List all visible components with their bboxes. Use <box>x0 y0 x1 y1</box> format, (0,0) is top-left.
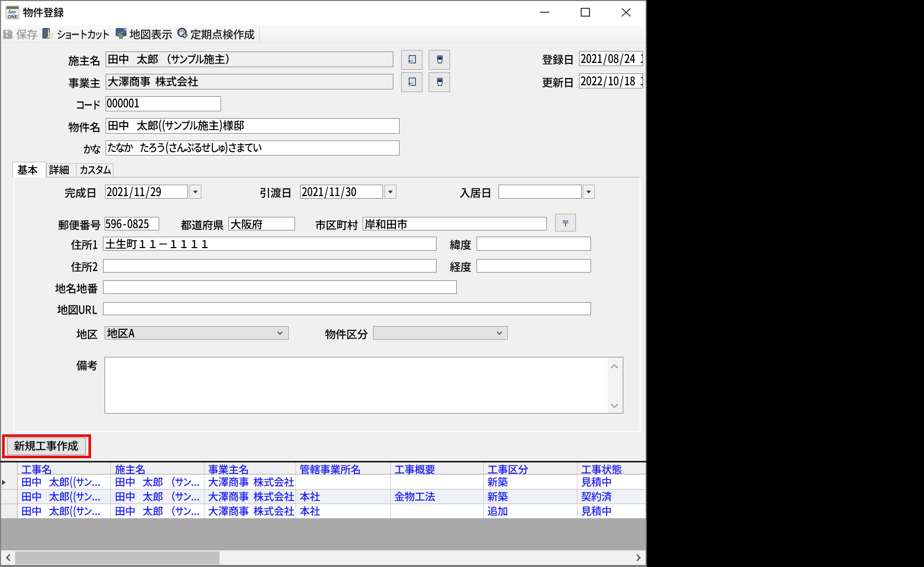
svg-text:ONE: ONE <box>7 14 18 19</box>
